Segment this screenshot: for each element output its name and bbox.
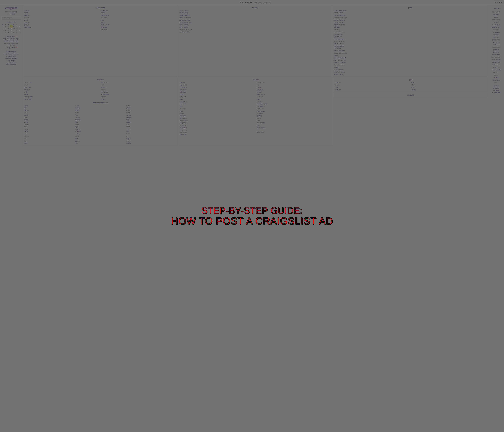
- overlay: Step-by-Step Guide: How to Post a Craigs…: [0, 0, 504, 148]
